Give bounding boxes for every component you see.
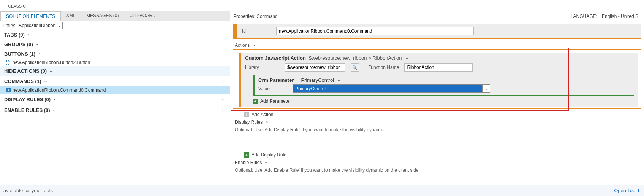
section-hide-actions-label: HIDE ACTIONS (0) [4, 68, 47, 74]
enable-rules-hint: Optional: Use 'Add Enable Rule' if you w… [230, 167, 644, 176]
tab-solution-elements[interactable]: SOLUTION ELEMENTS [0, 11, 61, 21]
footer: available for your tools Open Tool L [0, 185, 644, 196]
tree-item-command[interactable]: ✶ new.ApplicationRibbon.Command0.Command [0, 86, 230, 94]
language-label: LANGUAGE: [571, 14, 597, 19]
crm-parameter-block: Crm Parameter = PrimaryControl Value Pri… [253, 75, 634, 96]
tree-item-button-label: new.ApplicationRibbon.Button2.Button [13, 60, 90, 65]
chevron-up-icon [38, 51, 41, 57]
value-select[interactable]: PrimaryControl ⌄ [293, 84, 490, 93]
command-icon: ✶ [6, 88, 11, 92]
value-label: Value [258, 86, 281, 91]
chevron-up-icon [405, 55, 409, 61]
chevron-up-icon [44, 78, 47, 84]
chevron-up-icon [264, 160, 268, 165]
tab-clipboard[interactable]: CLIPBOARD [124, 11, 161, 21]
add-parameter-label: Add Parameter [260, 99, 291, 104]
add-parameter-row[interactable]: + Add Parameter [245, 97, 634, 105]
value-selected: PrimaryControl [293, 84, 483, 93]
chevron-up-icon [252, 43, 256, 48]
section-buttons-label: BUTTONS (1) [4, 51, 35, 57]
function-label: Function Name [368, 65, 399, 70]
plus-icon: + [244, 152, 249, 158]
chevron-up-icon [35, 41, 39, 47]
js-action-path: $webresource:new_ribbon > RibbonAction [309, 55, 402, 61]
tabstrip: SOLUTION ELEMENTS XML MESSAGES (0) CLIPB… [0, 11, 230, 21]
chevron-down-icon: ⌄ [483, 84, 490, 93]
add-enable-rule-icon[interactable]: + [221, 107, 226, 113]
left-panel: SOLUTION ELEMENTS XML MESSAGES (0) CLIPB… [0, 11, 230, 185]
section-tabs-label: TABS (0) [4, 32, 25, 38]
section-commands-label: COMMANDS (1) [4, 78, 41, 84]
section-display-rules-label: DISPLAY RULES (0) [4, 97, 51, 102]
add-display-rule-row[interactable]: + Add Display Rule [230, 151, 644, 158]
entity-select[interactable]: ApplicationRibbon ⌄ [17, 22, 63, 29]
properties-header: Properties: Command [233, 14, 278, 19]
language-select[interactable]: English - United S [600, 13, 641, 20]
chevron-up-icon [27, 32, 31, 38]
actions-block: Custom Javascript Action $webresource:ne… [233, 49, 641, 109]
section-commands[interactable]: COMMANDS (1) + [0, 76, 230, 86]
enable-rules-label: Enable Rules [235, 160, 262, 165]
add-command-icon[interactable]: + [221, 78, 226, 84]
enable-rules-header[interactable]: Enable Rules [230, 158, 644, 167]
id-label: Id [242, 29, 246, 34]
actions-label: Actions [235, 43, 250, 48]
chevron-down-icon: ⌄ [58, 23, 61, 27]
section-enable-rules-label: ENABLE RULES (0) [4, 107, 50, 113]
display-rules-label: Display Rules [235, 120, 263, 125]
button-icon: ◻ [6, 60, 11, 65]
right-panel: Properties: Command LANGUAGE: English - … [230, 11, 644, 185]
add-action-label: Add Action [252, 112, 273, 117]
chevron-up-icon [337, 77, 341, 83]
chevron-up-icon [52, 107, 56, 113]
section-groups[interactable]: GROUPS (0) [0, 40, 230, 49]
crm-param-eq: = PrimaryControl [297, 77, 334, 83]
tab-classic[interactable]: CLASSIC [1, 2, 33, 11]
js-action-header[interactable]: Custom Javascript Action $webresource:ne… [245, 55, 634, 61]
add-action-row[interactable]: + Add Action [230, 110, 644, 118]
plus-icon: + [253, 99, 258, 104]
section-tabs[interactable]: TABS (0) [0, 30, 230, 40]
add-display-rule-icon[interactable]: + [221, 96, 226, 103]
display-rules-header[interactable]: Display Rules [230, 118, 644, 126]
tab-xml[interactable]: XML [61, 11, 81, 21]
tab-messages[interactable]: MESSAGES (0) [81, 11, 124, 21]
library-label: Library [245, 65, 279, 70]
section-display-rules[interactable]: DISPLAY RULES (0) + [0, 94, 230, 105]
section-hide-actions[interactable]: HIDE ACTIONS (0) [0, 66, 230, 76]
entity-value: ApplicationRibbon [19, 23, 55, 28]
chevron-up-icon [49, 68, 53, 74]
crm-param-title: Crm Parameter [258, 77, 294, 83]
actions-header[interactable]: Actions [230, 41, 644, 49]
display-rules-hint: Optional: Use 'Add Display Rule' if you … [230, 126, 644, 135]
entity-label: Entity: [3, 23, 15, 28]
entity-row: Entity: ApplicationRibbon ⌄ [0, 21, 230, 30]
id-block: Id [233, 24, 641, 39]
topbar: CLASSIC [0, 0, 644, 11]
section-enable-rules[interactable]: ENABLE RULES (0) + [0, 105, 230, 115]
js-action-title: Custom Javascript Action [245, 55, 306, 61]
section-buttons[interactable]: BUTTONS (1) [0, 49, 230, 59]
function-input[interactable] [404, 63, 473, 72]
tree-item-button[interactable]: ◻ new.ApplicationRibbon.Button2.Button [0, 59, 230, 66]
js-action-block: Custom Javascript Action $webresource:ne… [239, 53, 638, 107]
chevron-up-icon [265, 120, 269, 125]
orange-accent [233, 24, 237, 38]
add-display-rule-label: Add Display Rule [252, 152, 286, 158]
search-icon[interactable]: 🔍 [351, 63, 359, 72]
chevron-up-icon [53, 97, 57, 102]
library-input[interactable] [285, 63, 345, 72]
plus-icon: + [244, 112, 249, 117]
footer-status: available for your tools [3, 188, 53, 193]
id-input[interactable] [276, 27, 474, 35]
section-groups-label: GROUPS (0) [4, 41, 33, 47]
tree-item-command-label: new.ApplicationRibbon.Command0.Command [13, 88, 106, 93]
footer-link[interactable]: Open Tool L [614, 188, 641, 193]
crm-parameter-header[interactable]: Crm Parameter = PrimaryControl [258, 77, 630, 83]
